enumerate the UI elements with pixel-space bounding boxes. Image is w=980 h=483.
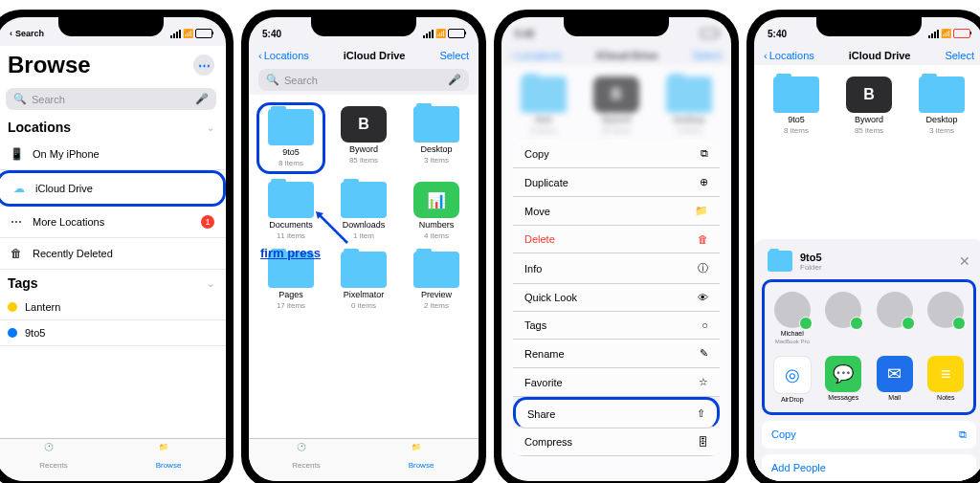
folder-count: 3 items	[424, 156, 449, 165]
folder-desktop[interactable]: Desktop3 items	[402, 102, 471, 174]
share-app-airdrop[interactable]: ◎AirDrop	[770, 356, 814, 403]
folder-label: 9to5	[788, 115, 805, 124]
row-on-my-iphone[interactable]: 📱On My iPhone	[0, 139, 226, 170]
close-button[interactable]: ✕	[959, 253, 970, 269]
folder-count: 8 items	[278, 159, 303, 167]
add-people-action[interactable]: Add People	[762, 454, 976, 481]
folder-preview[interactable]: Preview2 items	[402, 248, 471, 314]
share-app-notes[interactable]: ≡Notes	[924, 356, 969, 403]
row-recently-deleted[interactable]: 🗑Recently Deleted	[0, 238, 226, 270]
menu-duplicate[interactable]: Duplicate⊕	[513, 168, 720, 197]
share-contact[interactable]	[822, 292, 866, 344]
back-button[interactable]: ‹Locations	[764, 50, 814, 61]
page-title: Browse	[8, 52, 91, 78]
nav-bar: ‹LocationsiCloud DriveSelect	[754, 46, 980, 65]
compress-icon: 🗄	[698, 436, 708, 448]
folder-count: 85 items	[855, 126, 883, 135]
copy-icon: ⧉	[959, 428, 967, 441]
tab-recents[interactable]: 🕐Recents	[0, 443, 111, 470]
folder-9to5[interactable]: 9to58 items	[762, 73, 831, 139]
share-app-messages[interactable]: 💬Messages	[822, 356, 866, 403]
search-input[interactable]: 🔍Search🎤	[6, 88, 216, 110]
menu-delete[interactable]: Delete🗑	[513, 226, 720, 253]
iphone-icon: 📱	[8, 145, 25, 163]
favorite-icon: ☆	[699, 376, 708, 388]
search-input[interactable]: 🔍Search🎤	[258, 69, 469, 91]
phone-3-context-menu: 5:40 ‹ LocationsiCloud DriveSelect 9to58…	[494, 10, 739, 483]
share-item-type: Folder	[800, 263, 951, 272]
menu-copy[interactable]: Copy⧉	[513, 140, 720, 168]
tags-header: Tags	[8, 275, 38, 291]
folder-count: 11 items	[277, 231, 305, 240]
folder-count: 3 items	[929, 126, 954, 135]
menu-share[interactable]: Share⇧	[513, 397, 720, 428]
select-button[interactable]: Select	[439, 50, 469, 61]
avatar	[825, 292, 861, 328]
copy-icon: ⧉	[701, 147, 708, 160]
tab-recents[interactable]: 🕐Recents	[249, 443, 364, 470]
rename-icon: ✎	[700, 347, 708, 360]
menu-compress[interactable]: Compress🗄	[513, 428, 720, 456]
share-sheet: 9to5Folder✕ MichaelMacBook Pro ◎AirDrop💬…	[754, 239, 980, 481]
notch	[58, 17, 164, 36]
folder-count: 85 items	[349, 156, 378, 165]
tab-bar: 🕐Recents 📁Browse	[249, 438, 479, 481]
menu-quick-look[interactable]: Quick Look👁	[513, 284, 720, 312]
badge: 1	[201, 215, 214, 229]
row-icloud-drive[interactable]: ☁iCloud Drive	[0, 170, 226, 207]
folder-pixelmator[interactable]: Pixelmator0 items	[329, 248, 398, 314]
share-contact[interactable]	[873, 292, 917, 344]
clock-icon: 🕐	[297, 443, 316, 460]
share-item-name: 9to5	[800, 252, 951, 263]
folder-byword[interactable]: BByword85 items	[835, 73, 903, 139]
folder-label: Numbers	[419, 220, 455, 230]
phone-1-browse: ‹Search 📶 Browse⋯ 🔍Search🎤 Locations⌄ 📱O…	[0, 10, 234, 483]
select-button[interactable]: Select	[945, 50, 974, 61]
mic-icon[interactable]: 🎤	[448, 74, 461, 86]
share-app-mail[interactable]: ✉Mail	[873, 356, 917, 403]
phone-2-icloud-drive: 5:40📶 ‹LocationsiCloud DriveSelect 🔍Sear…	[241, 10, 486, 483]
folder-count: 0 items	[351, 301, 376, 310]
arrow-annotation	[314, 209, 352, 248]
back-button[interactable]: ‹Locations	[258, 50, 309, 61]
tab-browse[interactable]: 📁Browse	[364, 443, 479, 470]
more-button[interactable]: ⋯	[193, 55, 214, 76]
move-icon: 📁	[695, 205, 708, 217]
folder-count: 8 items	[784, 126, 809, 135]
menu-move[interactable]: Move📁	[513, 197, 720, 226]
info-icon: ⓘ	[698, 261, 708, 275]
share-contact[interactable]	[924, 292, 969, 344]
chevron-down-icon[interactable]: ⌄	[207, 122, 214, 133]
tags-icon: ○	[702, 319, 708, 331]
phone-4-share-sheet: 5:40📶 ‹LocationsiCloud DriveSelect 9to58…	[746, 10, 980, 483]
folder-label: Pages	[278, 290, 303, 299]
tab-browse[interactable]: 📁Browse	[111, 443, 226, 470]
menu-favorite[interactable]: Favorite☆	[513, 368, 720, 397]
menu-tags[interactable]: Tags○	[513, 312, 720, 340]
mic-icon[interactable]: 🎤	[195, 93, 209, 105]
folder-icon: 📁	[159, 443, 178, 460]
chevron-left-icon: ‹	[258, 50, 262, 61]
folder-icon	[768, 251, 792, 272]
avatar	[774, 292, 811, 328]
menu-info[interactable]: Infoⓘ	[513, 253, 720, 284]
folder-byword[interactable]: BByword85 items	[329, 102, 398, 174]
row-more-locations[interactable]: ⋯More Locations1	[0, 207, 226, 238]
folder-count: 4 items	[424, 231, 449, 240]
airdrop-icon: ◎	[773, 356, 812, 394]
tab-bar: 🕐Recents 📁Browse	[0, 438, 226, 481]
tag-9to5[interactable]: 9to5	[0, 320, 226, 346]
copy-action[interactable]: Copy⧉	[762, 421, 976, 449]
chevron-down-icon[interactable]: ⌄	[207, 278, 214, 289]
menu-rename[interactable]: Rename✎	[513, 340, 720, 368]
folder-9to5[interactable]: 9to58 items	[256, 102, 325, 174]
tag-lantern[interactable]: Lantern	[0, 295, 226, 320]
folder-desktop[interactable]: Desktop3 items	[907, 73, 976, 139]
folder-numbers[interactable]: 📊Numbers4 items	[402, 178, 471, 244]
locations-header: Locations	[8, 120, 71, 135]
folder-label: Desktop	[925, 115, 957, 124]
quick look-icon: 👁	[698, 292, 708, 303]
back-to-app[interactable]: Search	[15, 29, 44, 38]
folder-count: 2 items	[424, 301, 449, 310]
share-contact[interactable]: MichaelMacBook Pro	[770, 292, 814, 344]
